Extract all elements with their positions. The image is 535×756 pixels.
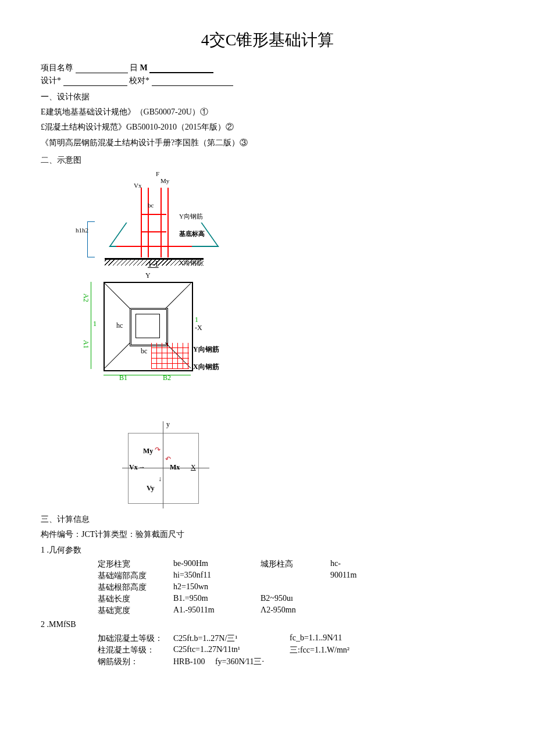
design-blank [63,77,127,86]
sub1: 1 .几何参数 [41,544,494,557]
lbl-A1: A1 [81,340,90,349]
lbl-X: -X [195,324,202,332]
mat-params: 加础混凝土等级： C25ft.b=1..27N/三¹ fc_b=1.1..9N⁄… [98,633,494,667]
g5-l1: 基础宽度 [98,605,173,616]
lbl-section: 1-1 [148,260,159,269]
lbl-A2: A2 [81,293,90,302]
lbl-xrebar2: X向钢筋 [193,362,219,372]
sec3-heading: 三、计算信息 [41,514,494,525]
lbl-y-axis: y [166,420,170,429]
lbl-Vx2: Vx [129,463,138,472]
m1-l: 加础混凝土等级： [98,633,173,644]
page-title: 4交C锥形基础计算 [41,29,494,51]
lbl-Mx: Mx [170,463,180,472]
arrow-vy: ↓ [158,475,162,483]
check-blank [152,77,233,86]
lbl-bc2: bc [141,347,147,356]
g1-l1: 定形柱宽 [98,559,173,569]
lbl-h1h2: h1h2 [76,227,88,234]
check-label: 校对* [129,76,149,85]
lbl-Vx: Vx [134,182,141,189]
basis-line-3: 《简明高层钢筋混凝土结构设计手册?李国胜（第二版）③ [41,137,494,149]
arrow-vx: → [138,463,145,472]
lbl-xrebar: X向钢筋 [179,259,203,267]
date-m: M [140,63,148,72]
basis-line-2: £混凝土结构设计规范》GB50010-2010（2015年版）② [41,121,494,134]
sec2-heading: 二、示意图 [41,155,494,166]
g4-l2: B2~950uı [261,594,330,604]
g5-v1: A1.-95011m [173,605,261,616]
m1-r: fc_b=1.1..9N⁄11 [290,633,394,644]
basis-line-1: E建筑地基基础设计规他》（GB50007-20U）① [41,106,494,119]
curve-my: ↷ [155,446,160,454]
diagram-section-1-1: F My Vx bc Y向钢筋 基底标高 1-1 X向钢筋 h1h2 Y A2 … [76,171,494,508]
lbl-hc: hc [116,321,123,330]
m3-l: 钢筋级别： [98,657,173,667]
lbl-F: F [156,170,159,177]
lbl-X-axis: X [191,463,196,472]
g2-l2 [261,571,330,581]
m2-m: C25ftc=1..27N⁄11tn¹ [173,645,290,655]
sub1-num: 1 [41,546,45,554]
g4-v1: B1.=950m [173,594,261,604]
sub1-title: .几何参数 [47,546,82,554]
m2-r: 三:fcc=1.1.W/mn² [290,645,394,655]
geom-row-5: 基础宽度 A1.-95011m Λ2-950mn [98,605,494,616]
g4-l1: 基础长度 [98,594,173,604]
m3-m: HRB-100 fy=360N⁄11三· [173,657,290,667]
diagram-plan: Y A2 1 hc 1 -X A1 bc Y向钢筋 X向钢筋 B1 B2 [76,276,221,404]
lbl-Y: Y [145,271,151,280]
lbl-My2: My [143,447,153,456]
g1-v2: hc- [330,559,406,569]
mat-row-1: 加础混凝土等级： C25ft.b=1..27N/三¹ fc_b=1.1..9N⁄… [98,633,494,644]
sub2: 2 .MMfSB [41,618,494,631]
g2-v2: 90011m [330,571,406,581]
mat-row-3: 钢筋级别： HRB-100 fy=360N⁄11三· [98,657,494,667]
lbl-bc: bc [148,202,154,209]
lbl-yrebar2: Y向钢筋 [193,345,219,354]
mat-row-2: 柱混凝土等级： C25ftc=1..27N⁄11tn¹ 三:fcc=1.1.W/… [98,645,494,655]
m2-l: 柱混凝土等级： [98,645,173,655]
m1-m: C25ft.b=1..27N/三¹ [173,633,290,644]
lbl-Vy: Vy [147,484,155,493]
g3-l1: 基础根部高度 [98,582,173,593]
sub2-title: .MMfSB [47,620,76,629]
lbl-base-el: 基底标高 [179,230,205,238]
geom-params: 定形柱宽 be-900Hm 城形柱高 hc- 基础端部高度 hi=350nf11… [98,559,494,616]
design-line: 设计* 校对* [41,76,494,86]
proj-blank [76,64,128,73]
geom-row-1: 定形柱宽 be-900Hm 城形柱高 hc- [98,559,494,569]
design-label: 设计* [41,76,61,85]
geom-row-4: 基础长度 B1.=950m B2~950uı [98,594,494,604]
g5-l2: Λ2-950mn [261,605,330,616]
sec1-heading: 一、设计依据 [41,92,494,102]
lbl-one-b: 1 [195,316,198,324]
g2-v1: hi=350nf11 [173,571,261,581]
g1-v1: be-900Hm [173,559,261,569]
proj-label: 项目名尊 [41,63,73,72]
lbl-one-a: 1 [93,320,97,328]
lbl-My: My [160,177,169,184]
date-label: 日 [130,63,138,72]
g3-v1: h2=150wn [173,582,261,593]
geom-row-3: 基础根部高度 h2=150wn [98,582,494,593]
curve-mx: ↶ [165,455,171,464]
g2-l1: 基础端部高度 [98,571,173,581]
sub2-num: 2 [41,620,45,629]
diagram-axes: y My ↷ Vx → Mx ↶ X Vy ↓ [122,421,209,508]
lbl-yrebar: Y向钢筋 [179,212,203,221]
geom-row-2: 基础端部高度 hi=350nf11 90011m [98,571,494,581]
date-blank [149,63,213,73]
project-line: 项目名尊 日 M [41,63,494,73]
g1-l2: 城形柱高 [261,559,330,569]
component-line: 构件编号：JCT计算类型：验算截面尺寸 [41,528,494,541]
